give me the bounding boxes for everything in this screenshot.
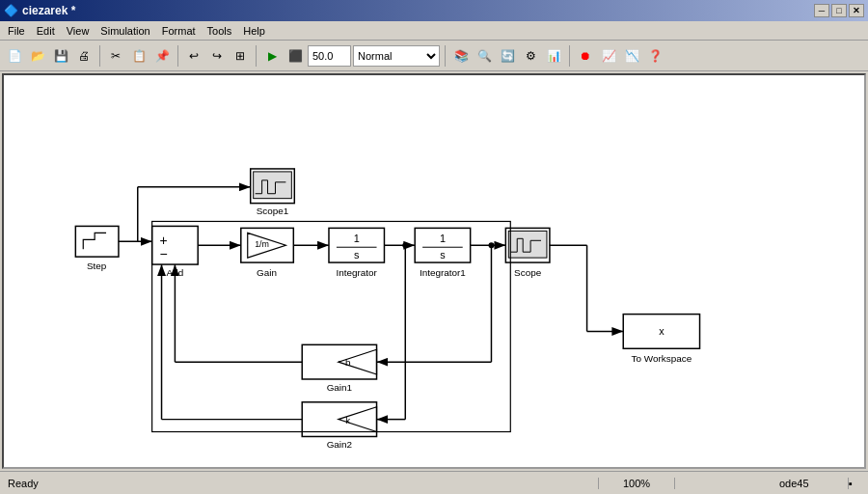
- sep4: [445, 45, 446, 67]
- cut-button[interactable]: ✂: [105, 45, 126, 67]
- chart-button[interactable]: 📈: [598, 45, 619, 67]
- svg-text:1: 1: [440, 233, 446, 244]
- sep3: [256, 45, 257, 67]
- close-button[interactable]: ✕: [849, 4, 864, 17]
- integrator-block[interactable]: 1 s Integrator: [329, 228, 384, 278]
- gain1-block[interactable]: b Gain1: [302, 344, 376, 393]
- gain2-block[interactable]: k Gain2: [302, 402, 376, 451]
- svg-text:Integrator: Integrator: [337, 267, 378, 278]
- record-button[interactable]: ⏺: [575, 45, 596, 67]
- paste-button[interactable]: 📌: [151, 45, 173, 67]
- svg-text:s: s: [440, 249, 446, 261]
- status-ready-text: Ready: [4, 478, 598, 489]
- copy-button[interactable]: 📋: [128, 45, 149, 67]
- menu-file[interactable]: File: [2, 23, 31, 39]
- status-bar: Ready 100% ode45 ▪: [0, 471, 868, 494]
- sep1: [99, 45, 100, 67]
- scope1-block[interactable]: Scope1: [251, 169, 295, 216]
- minimize-button[interactable]: ─: [814, 4, 829, 17]
- main-layout: Step Scope1 + − Add: [0, 71, 868, 471]
- library-button[interactable]: 📚: [450, 45, 472, 67]
- menu-tools[interactable]: Tools: [202, 23, 238, 39]
- svg-text:Scope: Scope: [514, 267, 542, 278]
- svg-text:Gain1: Gain1: [327, 382, 353, 393]
- refresh-button[interactable]: 🔄: [497, 45, 518, 67]
- stop-button[interactable]: ⬛: [285, 45, 306, 67]
- svg-text:Gain2: Gain2: [327, 439, 353, 450]
- run-button[interactable]: ▶: [261, 45, 283, 67]
- print-button[interactable]: 🖨: [73, 45, 95, 67]
- menu-view[interactable]: View: [61, 23, 95, 39]
- svg-text:1: 1: [354, 233, 360, 244]
- redo-button[interactable]: ↪: [206, 45, 228, 67]
- step-block[interactable]: Step: [75, 226, 119, 271]
- app-icon: 🔷: [4, 4, 18, 17]
- save-button[interactable]: 💾: [50, 45, 71, 67]
- help-button[interactable]: ❓: [644, 45, 665, 67]
- sim-time-input[interactable]: 50.0: [308, 45, 351, 67]
- svg-rect-1: [75, 226, 119, 257]
- svg-text:Scope1: Scope1: [257, 206, 289, 216]
- debug-button[interactable]: 🔍: [474, 45, 495, 67]
- open-button[interactable]: 📂: [27, 45, 48, 67]
- svg-text:Step: Step: [87, 261, 107, 271]
- svg-text:x: x: [659, 325, 665, 337]
- menu-edit[interactable]: Edit: [31, 23, 61, 39]
- svg-text:Integrator1: Integrator1: [420, 267, 466, 278]
- svg-rect-25: [508, 231, 547, 258]
- menu-help[interactable]: Help: [237, 23, 271, 39]
- settings-button[interactable]: ⚙: [520, 45, 541, 67]
- status-corner: ▪: [849, 478, 864, 489]
- maximize-button[interactable]: □: [831, 4, 847, 17]
- diagram-svg: Step Scope1 + − Add: [4, 75, 864, 467]
- to-workspace-block[interactable]: x To Workspace: [623, 315, 699, 365]
- config-button[interactable]: 📊: [543, 45, 564, 67]
- svg-text:1/m: 1/m: [255, 239, 269, 249]
- svg-text:k: k: [345, 415, 350, 425]
- sep2: [177, 45, 178, 67]
- scope-block[interactable]: Scope: [505, 228, 550, 278]
- canvas-area[interactable]: Step Scope1 + − Add: [2, 73, 866, 469]
- svg-text:−: −: [160, 246, 168, 261]
- sep5: [569, 45, 570, 67]
- svg-text:To Workspace: To Workspace: [632, 353, 692, 364]
- toolbar: 📄 📂 💾 🖨 ✂ 📋 📌 ↩ ↪ ⊞ ▶ ⬛ 50.0 Normal Acce…: [0, 41, 868, 71]
- status-zoom: 100%: [598, 478, 675, 489]
- svg-text:Gain: Gain: [257, 267, 277, 278]
- svg-text:s: s: [354, 249, 360, 261]
- svg-rect-4: [254, 172, 292, 199]
- undo-button[interactable]: ↩: [183, 45, 204, 67]
- zoom-fit-button[interactable]: ⊞: [230, 45, 251, 67]
- new-button[interactable]: 📄: [4, 45, 25, 67]
- menu-format[interactable]: Format: [156, 23, 202, 39]
- data-button[interactable]: 📉: [621, 45, 642, 67]
- gain-block[interactable]: 1/m Gain: [241, 228, 294, 278]
- menu-bar: File Edit View Simulation Format Tools H…: [0, 21, 868, 41]
- window-title: ciezarek *: [22, 4, 75, 17]
- svg-text:b: b: [345, 357, 351, 368]
- sim-mode-select[interactable]: Normal Accelerator Rapid Accelerator: [353, 45, 440, 67]
- status-solver: ode45: [772, 478, 849, 489]
- menu-simulation[interactable]: Simulation: [95, 23, 155, 39]
- title-bar: 🔷 ciezarek * ─ □ ✕: [0, 0, 868, 21]
- integrator1-block[interactable]: 1 s Integrator1: [415, 228, 470, 278]
